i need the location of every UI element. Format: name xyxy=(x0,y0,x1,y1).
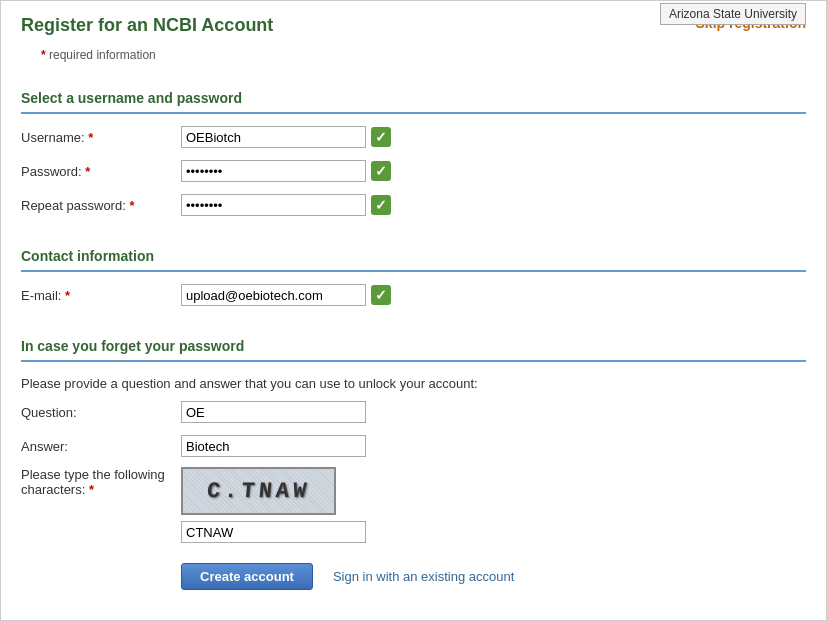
question-label: Question: xyxy=(21,405,181,420)
username-label: Username: * xyxy=(21,130,181,145)
captcha-display-text: C.TNAW xyxy=(206,479,311,504)
repeat-password-input[interactable] xyxy=(181,194,366,216)
repeat-password-check-icon xyxy=(371,195,391,215)
username-input[interactable] xyxy=(181,126,366,148)
answer-input[interactable] xyxy=(181,435,366,457)
email-input[interactable] xyxy=(181,284,366,306)
username-check-icon xyxy=(371,127,391,147)
required-star: * xyxy=(41,48,46,62)
captcha-input[interactable] xyxy=(181,521,366,543)
answer-label: Answer: xyxy=(21,439,181,454)
captcha-label: Please type the following characters: * xyxy=(21,467,181,497)
email-label: E-mail: * xyxy=(21,288,181,303)
create-account-button[interactable]: Create account xyxy=(181,563,313,590)
institution-button[interactable]: Arizona State University xyxy=(660,3,806,25)
sign-in-link[interactable]: Sign in with an existing account xyxy=(333,569,514,584)
captcha-image: C.TNAW xyxy=(181,467,336,515)
contact-section-header: Contact information xyxy=(21,240,806,272)
question-input[interactable] xyxy=(181,401,366,423)
password-label: Password: * xyxy=(21,164,181,179)
required-note-text: required information xyxy=(49,48,156,62)
credentials-section-header: Select a username and password xyxy=(21,82,806,114)
repeat-password-label: Repeat password: * xyxy=(21,198,181,213)
email-check-icon xyxy=(371,285,391,305)
page-title: Register for an NCBI Account xyxy=(21,15,273,36)
password-check-icon xyxy=(371,161,391,181)
recovery-info-text: Please provide a question and answer tha… xyxy=(21,372,806,399)
password-recovery-section-header: In case you forget your password xyxy=(21,330,806,362)
password-input[interactable] xyxy=(181,160,366,182)
